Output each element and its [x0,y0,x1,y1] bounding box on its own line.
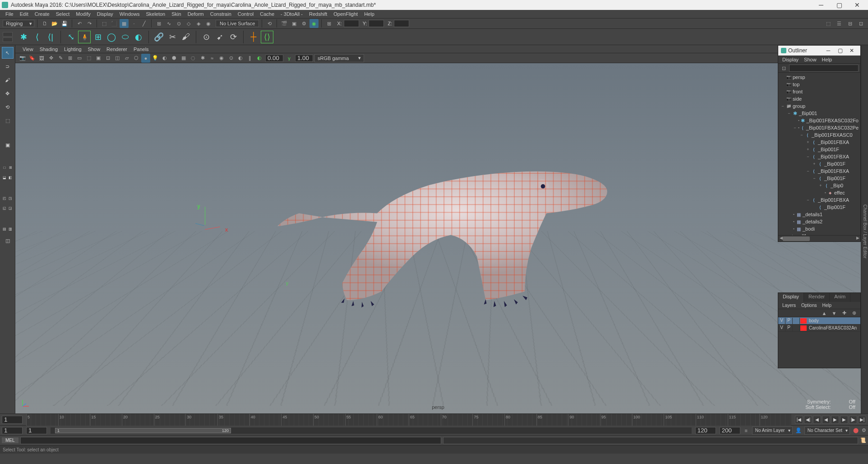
step-back-key-button[interactable]: ◀| [804,416,812,424]
maximize-button[interactable]: ▢ [830,0,848,10]
menu-deform[interactable]: Deform [185,11,207,17]
safe-title-icon[interactable]: ▱ [122,54,131,63]
orient-constraint-icon[interactable]: ⟳ [227,31,240,43]
outliner-item[interactable]: _Bip001F [778,204,860,211]
tree-twist-icon[interactable]: − [805,154,811,159]
tool-settings-icon[interactable]: ⊟ [845,19,854,28]
snap-curve-icon[interactable]: ∿ [164,19,173,28]
coord-x-input[interactable] [344,20,359,27]
layer-p-toggle[interactable]: P [785,318,793,324]
film-gate-icon[interactable]: ▭ [75,54,84,63]
viewport-menu-lighting[interactable]: Lighting [61,46,84,52]
last-tool[interactable]: ▣ [2,139,14,151]
time-tick[interactable]: 60 [377,414,409,426]
time-tick[interactable]: 90 [568,414,600,426]
character-set-dropdown[interactable]: No Character Set [804,427,850,435]
tree-twist-icon[interactable]: − [799,133,804,137]
layout-three-t[interactable]: ◱ [2,204,8,212]
char-set-icon[interactable]: 👤 [794,427,803,435]
outliner-item[interactable]: −_Bip001F [778,175,860,182]
save-scene-icon[interactable]: 💾 [60,19,69,28]
gamma-icon[interactable]: γ [285,54,294,63]
script-editor-icon[interactable]: 📜 [860,437,866,443]
menu-create[interactable]: Create [32,11,52,17]
layout-out-r[interactable]: ▥ [8,225,14,233]
layout-two-v[interactable]: ◧ [8,173,14,181]
outliner-item[interactable]: persp [778,74,860,81]
select-object-icon[interactable]: ⬛ [110,19,119,28]
outliner-minimize-button[interactable]: ─ [822,47,834,54]
tree-twist-icon[interactable]: + [805,147,811,152]
coord-y-input[interactable] [369,20,384,27]
time-tick[interactable]: 120 [759,414,791,426]
human-ik-icon[interactable]: 🧍 [78,31,91,43]
layer-row[interactable]: VPCarolinaFBXASC032An [778,325,860,332]
viewport-menu-view[interactable]: View [20,46,36,52]
wireframe-on-shaded-icon[interactable]: ⬢ [170,54,179,63]
layout-three-b[interactable]: ◲ [8,204,14,212]
open-scene-icon[interactable]: 📂 [50,19,59,28]
detach-skin-icon[interactable]: ✂ [166,31,179,43]
time-tick[interactable]: 10 [58,414,90,426]
time-tick[interactable]: 100 [632,414,664,426]
menu-constrain[interactable]: Constrain [208,11,234,17]
parent-constraint-icon[interactable]: ┼ [247,31,260,43]
outliner-expand-all-icon[interactable]: ⊡ [780,65,787,72]
time-tick[interactable]: 85 [536,414,568,426]
step-forward-button[interactable]: ▶ [840,416,848,424]
toggle-renderer-icon[interactable]: ◐ [236,54,245,63]
viewport-menu-renderer[interactable]: Renderer [104,46,130,52]
hscroll-thumb[interactable] [783,237,810,241]
anim-layer-dropdown[interactable]: No Anim Layer [752,427,793,435]
time-tick[interactable]: 65 [409,414,441,426]
safe-action-icon[interactable]: ◫ [113,54,122,63]
range-box[interactable]: 1 120 [55,428,231,433]
xray-icon[interactable]: ◌ [189,54,198,63]
layer-tab-anim[interactable]: Anim [830,293,850,302]
textured-icon[interactable]: ▦ [179,54,188,63]
outliner-item[interactable]: +_Bip001F [778,146,860,153]
viewport-3d[interactable]: y x y persp Symmetry:Off Soft Select:Off [15,63,861,413]
outliner-item[interactable]: −_Bip001FBXA [778,153,860,160]
outliner-item[interactable]: −_Bip001FBXA [778,196,860,204]
new-scene-icon[interactable]: 🗋 [40,19,49,28]
viewport-menu-panels[interactable]: Panels [131,46,152,52]
menu-redshift[interactable]: Redshift [306,11,330,17]
time-tick[interactable]: 80 [504,414,536,426]
exposure-icon[interactable]: ◐ [255,54,264,63]
snap-live-icon[interactable]: ◈ [194,19,203,28]
near-clip-input[interactable] [265,55,283,62]
script-lang-label[interactable]: MEL [2,437,18,443]
field-chart-icon[interactable]: ⊡ [103,54,112,63]
layer-editor-panel[interactable]: DisplayRenderAnim LayersOptionsHelp ▲ ▼ … [778,292,861,368]
layout-four[interactable]: ⊞ [8,163,14,172]
menu-edit[interactable]: Edit [17,11,31,17]
outliner-close-button[interactable]: ✕ [846,47,858,54]
scale-tool[interactable]: ⬚ [2,115,14,126]
wrap-icon[interactable]: ⬭ [119,31,131,43]
outliner-item[interactable]: −∘_Bip001FBXASC032Pe [778,124,860,131]
insert-joint-icon[interactable]: ⟨ [31,31,43,43]
outliner-item[interactable]: +_Bip001FBXA [778,139,860,146]
viewport-menu-show[interactable]: Show [85,46,103,52]
time-tick[interactable]: 105 [664,414,696,426]
tree-twist-icon[interactable]: − [780,104,785,108]
grid-toggle-icon[interactable]: ⊞ [65,54,74,63]
snap-grid-icon[interactable]: ⊞ [154,19,163,28]
menu-display[interactable]: Display [94,11,116,17]
outliner-item[interactable]: ∘_Bip001FBXASC032Fo [778,117,860,124]
layer-v-toggle[interactable]: V [778,325,785,331]
layer-color-swatch[interactable] [800,325,807,331]
image-plane-icon[interactable]: 🖼 [37,54,46,63]
panel-layout-icon[interactable]: ⊞ [324,19,333,28]
grease-pencil-icon[interactable]: ✎ [56,54,65,63]
select-vertex-icon[interactable]: · [129,19,139,28]
menu-modify[interactable]: Modify [73,11,93,17]
menu-help[interactable]: Help [361,11,377,17]
menu-file[interactable]: File [3,11,16,17]
step-forward-key-button[interactable]: |▶ [849,416,857,424]
workspace-dropdown[interactable]: Rigging [3,20,34,27]
layout-persp-out[interactable]: ◫ [2,235,14,246]
minimize-button[interactable]: ─ [812,0,830,10]
depth-of-field-icon[interactable]: ◉ [217,54,226,63]
